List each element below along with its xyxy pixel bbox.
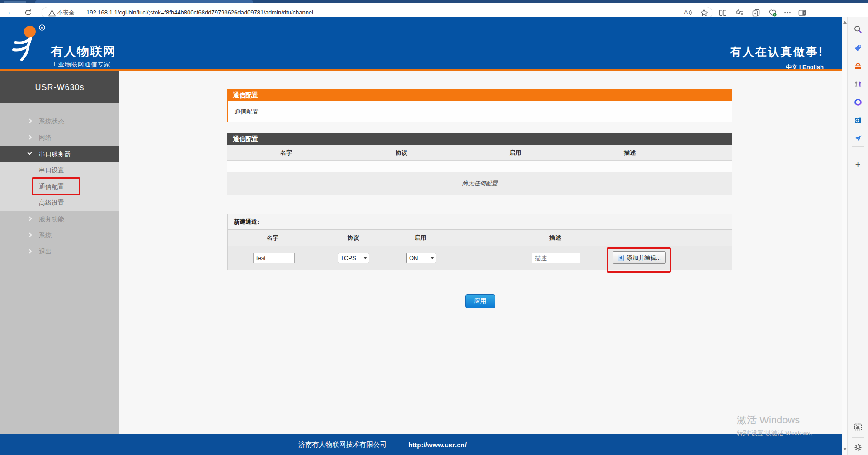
footer-company: 济南有人物联网技术有限公司 bbox=[298, 441, 387, 449]
browser-essentials-icon[interactable] bbox=[768, 8, 777, 17]
outlook-icon[interactable] bbox=[853, 115, 863, 125]
favorites-icon[interactable] bbox=[735, 8, 744, 17]
chevron-right-icon bbox=[28, 249, 32, 254]
table-empty-row bbox=[227, 161, 732, 172]
header-slogan: 有人在认真做事! bbox=[730, 44, 824, 59]
chevron-right-icon bbox=[28, 135, 32, 140]
sidebar-item-label: 通信配置 bbox=[39, 183, 64, 190]
scroll-down-arrow-icon[interactable] bbox=[843, 448, 847, 450]
sidebar-item-serial-server[interactable]: 串口服务器 bbox=[0, 146, 119, 162]
sidebar-item-logout[interactable]: 退出 bbox=[0, 243, 119, 260]
page-footer: 济南有人物联网技术有限公司 http://www.usr.cn/ bbox=[0, 434, 842, 455]
settings-gear-icon[interactable] bbox=[853, 442, 863, 452]
chevron-down-icon bbox=[28, 151, 32, 155]
web-capture-icon[interactable] bbox=[853, 422, 863, 432]
url-text[interactable]: 192.168.1.1/cgi-bin/luci/;stok=f8fb44b80… bbox=[86, 7, 313, 18]
footer-website-link[interactable]: http://www.usr.cn/ bbox=[408, 441, 467, 449]
not-secure-warning-icon bbox=[48, 9, 56, 17]
usr-logo: R bbox=[9, 24, 48, 62]
sidebar-item-label: 系统 bbox=[39, 232, 52, 239]
split-screen-icon[interactable] bbox=[718, 8, 727, 17]
chevron-right-icon bbox=[28, 217, 32, 221]
sidebar-item-label: 服务功能 bbox=[39, 215, 64, 223]
browser-toolbar: ← 不安全 192.168.1.1/cgi-bin/luci/;stok=f8f… bbox=[0, 3, 868, 17]
more-menu-icon[interactable] bbox=[783, 8, 792, 17]
refresh-icon[interactable] bbox=[24, 8, 33, 17]
channel-name-input[interactable] bbox=[253, 253, 295, 263]
sidebar-toggle-icon[interactable] bbox=[797, 8, 807, 17]
sidebar-item-label: 串口设置 bbox=[39, 166, 64, 174]
sidebar-item-system-status[interactable]: 系统状态 bbox=[0, 113, 119, 129]
scroll-up-arrow-icon[interactable] bbox=[843, 21, 847, 24]
column-header-enable: 启用 bbox=[415, 230, 426, 246]
page-root: ← 不安全 192.168.1.1/cgi-bin/luci/;stok=f8f… bbox=[0, 0, 868, 455]
protocol-select-wrap: TCPS bbox=[338, 253, 369, 263]
divider bbox=[81, 9, 81, 16]
enable-select[interactable]: ON bbox=[406, 253, 436, 263]
chevron-right-icon bbox=[28, 119, 32, 123]
back-icon[interactable]: ← bbox=[6, 7, 15, 17]
apply-button[interactable]: 应用 bbox=[465, 294, 495, 308]
sidebar-item-serial-settings[interactable]: 串口设置 bbox=[0, 162, 119, 178]
add-edit-icon bbox=[618, 255, 624, 261]
column-header-description: 描述 bbox=[624, 145, 636, 161]
security-label[interactable]: 不安全 bbox=[57, 7, 75, 18]
protocol-select[interactable]: TCPS bbox=[338, 253, 369, 263]
sidebar-item-advanced-settings[interactable]: 高级设置 bbox=[0, 194, 119, 211]
channel-table-panel: 通信配置 名字 协议 启用 描述 尚无任何配置 bbox=[227, 133, 732, 195]
new-channel-form-row: TCPS ON 添加并编辑... bbox=[228, 246, 732, 270]
sidebar-item-network[interactable]: 网络 bbox=[0, 129, 119, 146]
column-header-protocol: 协议 bbox=[396, 145, 407, 161]
description-input[interactable] bbox=[532, 253, 580, 263]
table-title: 通信配置 bbox=[227, 133, 732, 145]
toolbox-icon[interactable] bbox=[853, 61, 863, 71]
column-header-protocol: 协议 bbox=[347, 230, 359, 246]
config-title-panel: 通信配置 通信配置 bbox=[227, 89, 732, 122]
sidebar-item-comm-config[interactable]: 通信配置 bbox=[0, 178, 119, 194]
column-header-name: 名字 bbox=[280, 145, 292, 161]
sidebar-item-service-functions[interactable]: 服务功能 bbox=[0, 211, 119, 227]
panel-title: 通信配置 bbox=[227, 89, 732, 101]
add-to-sidebar-icon[interactable]: + bbox=[853, 160, 863, 170]
games-icon[interactable] bbox=[853, 79, 863, 89]
table-header-row: 名字 协议 启用 描述 bbox=[227, 145, 732, 161]
brand-title: 有人物联网 bbox=[51, 43, 116, 60]
microsoft-365-icon[interactable] bbox=[853, 97, 863, 107]
panel-body-text: 通信配置 bbox=[227, 101, 732, 122]
column-header-description: 描述 bbox=[549, 230, 561, 246]
favorite-star-icon[interactable] bbox=[699, 8, 708, 17]
divider bbox=[852, 146, 864, 147]
site-header: R 有人物联网 工业物联网通信专家 有人在认真做事! 中文 | English bbox=[0, 17, 842, 69]
read-aloud-icon[interactable]: A bbox=[683, 8, 692, 17]
sidebar-item-label: 高级设置 bbox=[39, 199, 64, 206]
svg-text:A: A bbox=[684, 9, 688, 16]
search-icon[interactable] bbox=[853, 24, 863, 34]
collections-icon[interactable] bbox=[751, 8, 760, 17]
sidebar-item-label: 系统状态 bbox=[39, 118, 64, 125]
shopping-icon[interactable] bbox=[853, 43, 863, 53]
enable-select-wrap: ON bbox=[406, 253, 436, 263]
add-and-edit-button[interactable]: 添加并编辑... bbox=[613, 251, 666, 264]
sidebar-item-label: 网络 bbox=[39, 134, 52, 141]
add-edit-button-label: 添加并编辑... bbox=[627, 254, 661, 262]
chevron-right-icon bbox=[28, 233, 32, 237]
vertical-scrollbar[interactable] bbox=[842, 17, 847, 455]
new-channel-label: 新建通道: bbox=[228, 214, 732, 230]
column-header-enable: 启用 bbox=[509, 145, 521, 161]
sidebar-item-label: 串口服务器 bbox=[39, 150, 71, 157]
drop-icon[interactable] bbox=[853, 133, 863, 143]
svg-text:R: R bbox=[41, 26, 43, 30]
column-header-name: 名字 bbox=[267, 230, 278, 246]
divider bbox=[852, 437, 864, 438]
device-name: USR-W630s bbox=[0, 71, 119, 103]
edge-sidebar: + bbox=[847, 17, 868, 455]
new-channel-header-row: 名字 协议 启用 描述 bbox=[228, 230, 732, 246]
sidebar-item-label: 退出 bbox=[39, 248, 52, 255]
sidebar: USR-W630s 系统状态 网络 串口服务器 串口设置 通信配置 高级设置 服… bbox=[0, 71, 119, 434]
table-empty-state: 尚无任何配置 bbox=[227, 172, 732, 195]
new-channel-panel: 新建通道: 名字 协议 启用 描述 TCPS ON bbox=[227, 214, 732, 270]
brand-subtitle: 工业物联网通信专家 bbox=[52, 61, 111, 69]
sidebar-item-system[interactable]: 系统 bbox=[0, 227, 119, 243]
